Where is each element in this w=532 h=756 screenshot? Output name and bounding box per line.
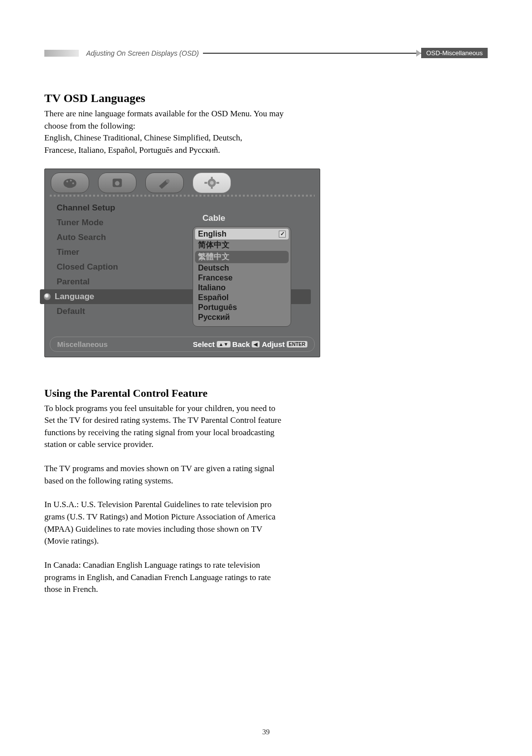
- hint-select: Select: [193, 340, 215, 348]
- svg-rect-12: [204, 182, 207, 184]
- osd-tab-audio[interactable]: [98, 172, 136, 193]
- svg-rect-11: [216, 182, 219, 184]
- svg-point-6: [166, 179, 169, 182]
- svg-point-8: [210, 181, 213, 184]
- s2-line: In Canada: Canadian English Language rat…: [44, 559, 335, 572]
- s1-line: Francese, Italiano, Español, Portuguēs a…: [44, 144, 335, 157]
- svg-point-5: [115, 181, 119, 185]
- page-header: Adjusting On Screen Displays (OSD) OSD-M…: [44, 49, 488, 57]
- gear-icon: [202, 176, 221, 190]
- header-left-text: Adjusting On Screen Displays (OSD): [86, 49, 199, 57]
- header-gradient: [44, 50, 79, 57]
- svg-point-0: [64, 178, 76, 188]
- speaker-icon: [108, 176, 127, 190]
- s1-line: There are nine language formats availabl…: [44, 108, 335, 120]
- tuner-mode-value: Cable: [202, 213, 225, 223]
- s2-line: Set the TV for desired rating systems. T…: [44, 414, 335, 427]
- check-icon: ✓: [279, 231, 286, 238]
- palette-icon: [61, 176, 79, 190]
- lang-label: Italiano: [198, 283, 226, 292]
- key-back-icon: ◀: [252, 341, 260, 347]
- s2-line: station or cable service provider.: [44, 439, 335, 451]
- lang-option-zh-trad[interactable]: 繁體中文: [195, 251, 289, 263]
- s2-line: (Movie ratings).: [44, 535, 335, 548]
- s2-line: functions by receiving the rating signal…: [44, 427, 335, 439]
- s2-line: In U.S.A.: U.S. Television Parental Guid…: [44, 499, 335, 511]
- header-right-text: OSD-Miscellaneous: [421, 48, 488, 58]
- svg-rect-10: [211, 186, 213, 189]
- osd-body: Channel Setup Tuner Mode Auto Search Tim…: [45, 197, 320, 335]
- s2-line: The TV programs and movies shown on TV a…: [44, 463, 335, 475]
- osd-footer: Miscellaneous Select ▲▼ Back ◀ Adjust EN…: [50, 337, 315, 352]
- language-popup: English ✓ 简体中文 繁體中文 Deutsch Francese Ita…: [193, 226, 291, 327]
- hint-adjust: Adjust: [262, 340, 285, 348]
- lang-label: 简体中文: [198, 240, 230, 250]
- s1-line: choose from the following:: [44, 120, 335, 133]
- s1-line: English, Chinese Traditional, Chinese Si…: [44, 132, 335, 144]
- menu-channel-setup[interactable]: Channel Setup: [54, 201, 311, 215]
- osd-screenshot: Channel Setup Tuner Mode Auto Search Tim…: [44, 169, 320, 357]
- key-enter-icon: ENTER: [287, 341, 307, 347]
- menu-language-label: Language: [55, 292, 94, 302]
- section-title-languages: TV OSD Languages: [44, 92, 488, 105]
- osd-tab-misc[interactable]: [193, 172, 231, 193]
- s2-line: grams (U.S. TV Ratings) and Motion Pictu…: [44, 511, 335, 523]
- lang-label: Español: [198, 293, 229, 302]
- selection-bullet-icon: [44, 293, 51, 300]
- lang-label: Русский: [198, 313, 230, 322]
- svg-point-2: [70, 179, 72, 181]
- section1-body: There are nine language formats availabl…: [44, 108, 335, 157]
- osd-tab-row: [45, 169, 320, 195]
- svg-point-1: [66, 180, 68, 182]
- osd-footer-hints: Select ▲▼ Back ◀ Adjust ENTER: [193, 340, 307, 348]
- lang-label: English: [198, 230, 227, 239]
- section-title-parental: Using the Parental Control Feature: [44, 387, 488, 400]
- s2-line: programs in English, and Canadian French…: [44, 572, 335, 584]
- lang-option-russian[interactable]: Русский: [198, 312, 286, 322]
- lang-option-francese[interactable]: Francese: [198, 273, 286, 283]
- wrench-icon: [155, 176, 174, 190]
- s2-line: those in French.: [44, 584, 335, 596]
- lang-option-english[interactable]: English ✓: [195, 229, 289, 240]
- hint-back: Back: [233, 340, 250, 348]
- svg-rect-9: [211, 176, 213, 179]
- lang-option-deutsch[interactable]: Deutsch: [198, 263, 286, 273]
- osd-footer-tab: Miscellaneous: [57, 340, 108, 348]
- osd-tab-picture[interactable]: [51, 172, 89, 193]
- lang-label: Português: [198, 303, 237, 312]
- lang-label: Deutsch: [198, 264, 229, 273]
- lang-label: Francese: [198, 274, 233, 282]
- osd-tab-setup[interactable]: [145, 172, 184, 193]
- lang-option-portugues[interactable]: Português: [198, 303, 286, 312]
- s2-line: (MPAA) Guidelines to rate movies includi…: [44, 523, 335, 536]
- lang-option-zh-simp[interactable]: 简体中文: [198, 240, 286, 251]
- chevron-right-icon: [416, 50, 421, 57]
- lang-option-italiano[interactable]: Italiano: [198, 283, 286, 293]
- page-number: 39: [0, 728, 532, 736]
- s2-line: To block programs you feel unsuitable fo…: [44, 403, 335, 415]
- key-nav-icon: ▲▼: [217, 341, 231, 347]
- lang-label: 繁體中文: [198, 252, 230, 262]
- lang-option-espanol[interactable]: Español: [198, 293, 286, 303]
- section2-body: To block programs you feel unsuitable fo…: [44, 403, 335, 596]
- svg-point-3: [72, 182, 74, 184]
- s2-line: based on the following rating systems.: [44, 475, 335, 487]
- header-right-wrap: OSD-Miscellaneous: [416, 48, 488, 58]
